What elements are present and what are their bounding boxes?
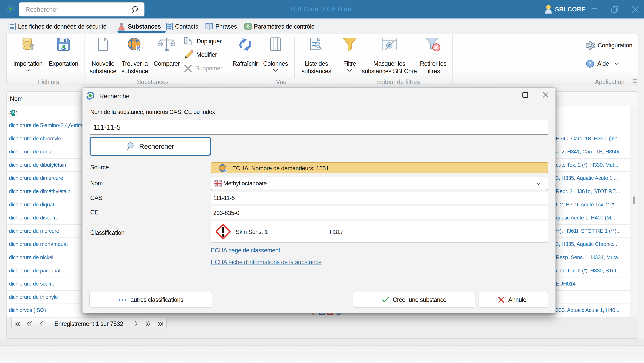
svg-text:A: A	[9, 110, 12, 115]
svg-text:C: C	[16, 110, 17, 115]
svg-text:B: B	[12, 110, 15, 115]
svg-text:?: ?	[588, 61, 592, 66]
